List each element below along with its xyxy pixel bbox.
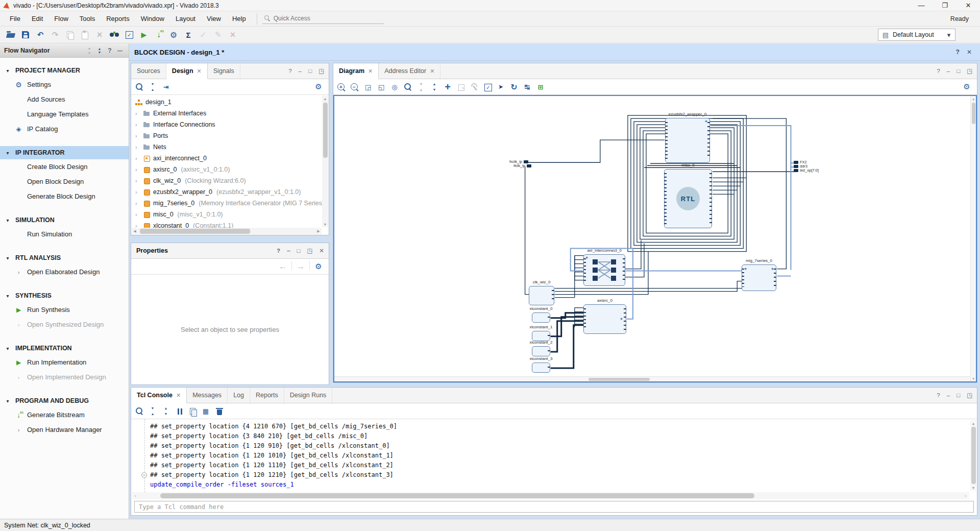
tree-item-Ports[interactable]: ›Ports [131,130,329,141]
scroll-right-icon[interactable]: › [962,492,969,499]
scroll-down-icon[interactable]: ▼ [971,376,976,381]
input-port-ifclk_ip[interactable]: ifclk_ip [484,163,531,168]
float-icon[interactable]: ◳ [318,67,324,75]
help-icon[interactable] [105,46,114,55]
sum-icon[interactable] [182,29,195,41]
save-icon[interactable] [19,29,32,41]
block-body[interactable]: RTL [664,169,712,228]
copy-doc-icon[interactable] [186,405,199,417]
block-xlconstant_2[interactable]: xlconstant_2 [532,346,550,356]
minimize-icon[interactable]: ‒ [947,68,950,74]
menu-window[interactable]: Window [135,11,170,26]
sidebar-item-open-elaborated-design[interactable]: ›Open Elaborated Design [0,264,129,279]
regenerate-icon[interactable] [508,81,520,92]
sidebar-item-open-implemented-design[interactable]: ›Open Implemented Design [0,370,129,384]
flow-section-header[interactable]: ▾IP INTEGRATOR [0,146,129,159]
scrollbar-thumb[interactable] [589,378,650,381]
expand-plus-icon[interactable]: + [744,267,747,272]
vertical-scrollbar[interactable]: ▲ ▼ [322,95,328,227]
menu-edit[interactable]: Edit [26,11,48,26]
sidebar-item-open-block-design[interactable]: Open Block Design [0,174,129,189]
quick-access-input[interactable] [274,15,365,22]
collapse-all-icon[interactable] [85,46,94,55]
flow-section-header[interactable]: ▾RTL ANALYSIS [0,251,129,264]
block-body[interactable] [532,346,550,356]
tree-item-Nets[interactable]: ›Nets [131,141,329,153]
expand-all-icon[interactable] [95,46,104,55]
minimize-icon[interactable]: ‒ [299,68,302,74]
sidebar-item-language-templates[interactable]: Language Templates [0,107,129,122]
tab-design-runs[interactable]: Design Runs [284,388,333,403]
block-xlconstant_1[interactable]: xlconstant_1 [532,331,550,341]
block-axi_interconnect_0[interactable]: axi_interconnect_0+ [583,254,625,286]
tree-item-mig_7series_0[interactable]: ›mig_7series_0(Memory Interface Generato… [131,198,329,209]
expand-plus-icon[interactable]: + [705,119,707,124]
block-body[interactable]: + [583,254,625,286]
validate-icon[interactable] [481,81,494,92]
help-icon[interactable]: ? [277,248,280,254]
close-icon[interactable]: ✕ [197,68,202,75]
tree-item-ezusbfx2_wrapper_0[interactable]: ›ezusbfx2_wrapper_0(ezusbfx2_wrapper_v1_… [131,186,329,198]
horizontal-scrollbar[interactable] [334,376,970,381]
block-body[interactable] [529,286,554,305]
generate-bitstream-icon[interactable] [152,29,165,41]
wrench-icon[interactable] [468,81,480,92]
block-body[interactable]: + [665,118,710,163]
sidebar-item-open-hardware-manager[interactable]: ›Open Hardware Manager [0,422,129,437]
chevron-right-icon[interactable]: › [135,189,140,195]
menu-layout[interactable]: Layout [170,11,201,26]
forward-icon[interactable] [295,261,307,272]
menu-view[interactable]: View [201,11,227,26]
scroll-left-icon[interactable]: ‹ [132,492,139,499]
sidebar-item-settings[interactable]: Settings [0,77,129,92]
collapse-icon[interactable] [146,81,159,92]
block-body[interactable] [532,363,550,373]
tree-item-External Interfaces[interactable]: ›External Interfaces [131,108,329,119]
tree-item-Interface Connections[interactable]: ›Interface Connections [131,119,329,130]
make-external-icon[interactable] [455,81,467,92]
scroll-up-icon[interactable]: ▲ [970,420,976,426]
expand-plus-icon[interactable]: + [620,317,623,322]
settings-icon[interactable] [167,29,180,41]
scrollbar-thumb[interactable] [323,103,328,158]
block-mig_7series_0[interactable]: mig_7series_0++ [742,264,776,291]
menu-reports[interactable]: Reports [101,11,135,26]
tab-messages[interactable]: Messages [187,388,228,403]
back-icon[interactable] [277,261,289,272]
scroll-up-icon[interactable]: ▲ [322,95,328,102]
tab-design[interactable]: Design✕ [166,63,208,79]
chevron-right-icon[interactable]: › [135,200,140,206]
sidebar-item-run-synthesis[interactable]: Run Synthesis [0,302,129,317]
console-output[interactable]: ## set_property location {4 1210 670} [g… [131,419,977,492]
flow-section-header[interactable]: ▾IMPLEMENTATION [0,342,129,355]
float-icon[interactable]: ◳ [967,392,972,399]
menu-flow[interactable]: Flow [48,11,74,26]
block-misc_0[interactable]: misc_0RTL [664,169,712,228]
sidebar-item-generate-block-design[interactable]: Generate Block Design [0,189,129,204]
block-body[interactable] [532,331,550,341]
delete-icon[interactable] [93,29,106,41]
block-clk_wiz_0[interactable]: clk_wiz_0 [529,286,554,305]
scrollbar-thumb[interactable] [140,229,250,234]
scroll-right-icon[interactable]: ▶ [315,228,322,234]
flow-section-header[interactable]: ▾PROJECT MANAGER [0,64,129,77]
chevron-right-icon[interactable]: › [135,144,140,150]
zoom-in-icon[interactable] [335,81,348,92]
scroll-left-icon[interactable]: ◀ [132,228,138,234]
scroll-up-icon[interactable]: ▲ [971,96,976,102]
expand-icon[interactable] [428,81,440,92]
maximize-icon[interactable]: □ [297,248,301,254]
tab-tcl-console[interactable]: Tcl Console✕ [131,388,187,403]
flow-section-header[interactable]: ▾PROGRAM AND DEBUG [0,394,129,407]
close-icon[interactable]: ✕ [967,49,972,56]
tree-item-axisrc_0[interactable]: ›axisrc_0(axisrc_v1_0:1.0) [131,164,329,175]
tab-sources[interactable]: Sources [131,63,166,79]
paste-icon[interactable] [78,29,91,41]
quick-access[interactable] [262,13,384,24]
pause-icon[interactable] [173,405,185,417]
maximize-icon[interactable]: □ [957,68,960,74]
horizontal-scrollbar[interactable]: ‹ › [132,492,969,499]
sidebar-item-ip-catalog[interactable]: IP Catalog [0,122,129,136]
flow-section-header[interactable]: ▾SYNTHESIS [0,289,129,302]
expand-plus-icon[interactable]: + [771,267,774,272]
